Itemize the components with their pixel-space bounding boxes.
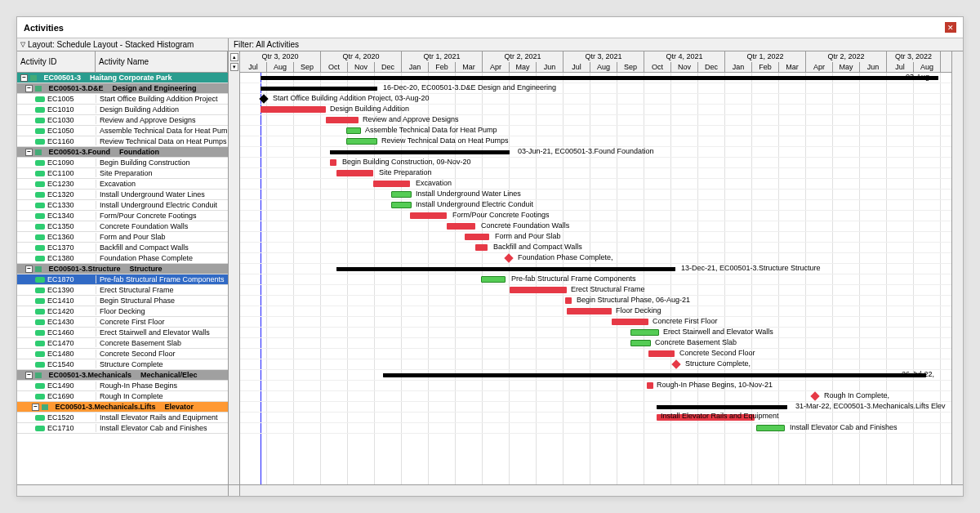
activity-row[interactable]: EC1490Rough-In Phase Begins [17,381,228,391]
activity-row[interactable]: EC1330Install Underground Electric Condu… [17,200,228,211]
splitter-gutter[interactable]: ▴ ▾ [229,51,240,484]
gantt-bar[interactable] [447,223,475,230]
activity-row[interactable]: EC1100Site Preparation [17,168,228,179]
activity-row[interactable]: EC1090Begin Building Construction [17,158,228,168]
gantt-bar[interactable] [475,244,488,251]
timescale-quarter: Qtr 1, 2022 [725,51,806,62]
summary-bar[interactable] [261,87,377,91]
gantt-bar[interactable] [567,308,612,314]
collapse-icon[interactable]: − [20,74,28,82]
activity-row[interactable]: EC1370Backfill and Compact Walls [17,243,228,253]
gantt-bar[interactable] [346,127,361,134]
status-icon [35,118,45,123]
gantt-bar[interactable] [510,287,567,293]
content-area: Activity ID Activity Name − EC00501-3 Ha… [17,51,963,484]
gantt-bar[interactable] [326,117,359,123]
activity-row[interactable]: EC1005Start Office Building Addition Pro… [17,94,228,105]
timescale-month: Apr [806,62,833,73]
wbs-foundation[interactable]: − EC00501-3.Found Foundation [17,147,228,158]
activity-row[interactable]: EC1360Form and Pour Slab [17,232,228,243]
activity-row[interactable]: EC1350Concrete Foundation Walls [17,221,228,232]
scroll-down-icon[interactable]: ▾ [230,63,238,71]
wbs-design[interactable]: − EC00501-3.D&E Design and Engineering [17,83,228,94]
summary-bar[interactable] [657,405,787,409]
status-icon [35,107,45,113]
timescale-month: Mar [456,62,483,73]
activity-row[interactable]: EC1460Erect Stairwell and Elevator Walls [17,328,228,338]
horizontal-scrollbar[interactable] [17,484,963,496]
activity-row[interactable]: EC1230Excavation [17,179,228,190]
collapse-icon[interactable]: − [25,372,33,379]
gantt-bar[interactable] [391,191,412,198]
activity-row[interactable]: EC1340Form/Pour Concrete Footings [17,211,228,221]
activity-row[interactable]: EC1710Install Elevator Cab and Finishes [17,423,228,434]
gantt-bar[interactable] [647,382,653,389]
collapse-icon[interactable]: − [32,404,39,411]
timescale-month: Dec [375,62,402,73]
gantt-bar[interactable] [630,340,651,346]
close-button[interactable]: ✕ [945,22,956,33]
gantt-bar[interactable] [410,212,447,219]
activity-row[interactable]: EC1380Foundation Phase Complete [17,253,228,264]
gantt-bar[interactable] [391,202,412,208]
activity-row[interactable]: EC1690Rough In Complete [17,391,228,402]
project-row[interactable]: − EC00501-3 Haitang Corporate Park [17,73,228,83]
wbs-structure[interactable]: − EC00501-3.Structure Structure [17,264,228,274]
activity-row[interactable]: EC1320Install Underground Water Lines [17,190,228,200]
activity-row[interactable]: EC1390Erect Structural Frame [17,285,228,296]
collapse-icon[interactable]: − [25,265,33,273]
timescale-month: Aug [914,62,941,73]
collapse-icon[interactable]: − [25,85,33,92]
gantt-bar[interactable] [336,170,373,176]
summary-bar[interactable] [330,150,510,154]
milestone[interactable] [259,94,268,103]
milestone[interactable] [810,391,819,400]
gantt-bar[interactable] [565,297,572,304]
gantt-bar[interactable] [261,106,326,113]
gantt-bar[interactable] [756,425,785,431]
status-icon [35,128,45,134]
gantt-bar[interactable] [330,159,336,166]
activity-row[interactable]: EC1540Structure Complete [17,359,228,370]
gantt-bar[interactable] [648,350,675,357]
timescale-month: Jul [887,62,914,73]
gantt-bar[interactable] [346,138,377,145]
timescale-month: Jul [564,62,590,73]
activity-row[interactable]: EC1160Review Technical Data on Heat Pump… [17,136,228,147]
gantt-bar[interactable] [465,234,489,240]
timescale-month: Jun [860,62,887,73]
summary-bar[interactable] [261,76,938,80]
wbs-mechanicals[interactable]: − EC00501-3.Mechanicals Mechanical/Elec [17,370,228,381]
milestone[interactable] [671,359,680,368]
summary-bar[interactable] [336,267,675,271]
filter-bar[interactable]: Filter: All Activities [229,38,963,51]
activity-row[interactable]: EC1030Review and Approve Designs [17,115,228,126]
activity-row[interactable]: EC1470Concrete Basement Slab [17,338,228,349]
summary-bar[interactable] [383,373,926,377]
milestone[interactable] [504,253,513,262]
column-activity-id[interactable]: Activity ID [17,51,96,72]
scroll-up-icon[interactable]: ▴ [230,53,238,61]
folder-icon [30,75,37,81]
gantt-chart[interactable]: 03-Aug- 16-Dec-20, EC00501-3.D&E Design … [240,73,951,484]
activity-row-selected[interactable]: EC1870Pre-fab Structural Frame Component… [17,274,228,285]
activity-row[interactable]: EC1410Begin Structural Phase [17,296,228,306]
activity-row[interactable]: EC1430Concrete First Floor [17,317,228,328]
activity-row[interactable]: EC1010Design Building Addition [17,105,228,115]
activity-tree[interactable]: − EC00501-3 Haitang Corporate Park − EC0… [17,73,228,484]
right-gutter [951,51,963,484]
activity-row[interactable]: EC1480Concrete Second Floor [17,349,228,359]
activity-table: Activity ID Activity Name − EC00501-3 Ha… [17,51,229,484]
gantt-bar[interactable] [481,276,506,283]
gantt-bar[interactable] [630,329,659,336]
gantt-bar[interactable] [612,319,648,325]
activity-row[interactable]: EC1420Floor Decking [17,306,228,317]
activity-row[interactable]: EC1050Assemble Technical Data for Heat P… [17,126,228,136]
column-activity-name[interactable]: Activity Name [96,51,228,72]
activity-row[interactable]: EC1520Install Elevator Rails and Equipme… [17,413,228,423]
gantt-bar[interactable] [373,181,410,187]
wbs-elevator[interactable]: − EC00501-3.Mechanicals.Lifts Elevator [17,402,228,413]
collapse-icon[interactable]: − [25,149,33,156]
layout-selector[interactable]: ▽ Layout: Schedule Layout - Stacked Hist… [17,38,229,51]
status-icon [35,394,45,399]
